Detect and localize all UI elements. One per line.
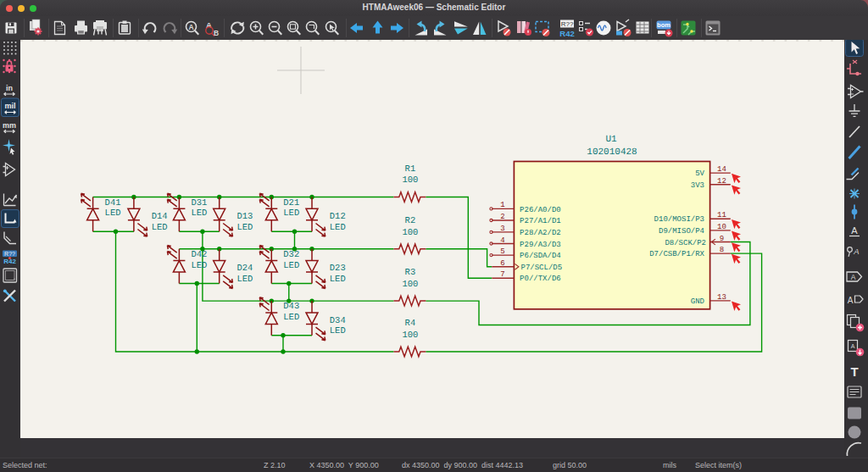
svg-text:P28/A2/D2: P28/A2/D2 [520,229,561,237]
svg-text:3: 3 [500,225,504,233]
svg-text:bom: bom [657,21,670,29]
svg-text:10: 10 [717,223,726,231]
svg-text:P7/SCL/D5: P7/SCL/D5 [521,264,563,272]
svg-text:T: T [850,364,858,379]
svg-text:D12: D12 [330,212,346,222]
svg-text:11: 11 [717,211,726,219]
svg-text:8: 8 [720,246,724,254]
svg-text:D24: D24 [237,264,253,274]
svg-text:R42: R42 [559,29,574,38]
svg-text:U1: U1 [605,135,617,145]
svg-text:D32: D32 [283,250,299,260]
svg-text:P6/SDA/D4: P6/SDA/D4 [520,252,561,260]
svg-text:P0//TX/D6: P0//TX/D6 [520,275,561,283]
svg-text:7: 7 [500,270,504,279]
svg-text:102010428: 102010428 [587,147,637,158]
svg-text:D43: D43 [283,302,299,312]
svg-text:5V: 5V [695,169,704,178]
svg-text:A: A [851,343,855,349]
svg-text:A: A [851,225,858,236]
svg-text:9: 9 [720,235,724,243]
svg-text:P27/A1/D1: P27/A1/D1 [520,217,561,225]
svg-text:D14: D14 [152,212,168,222]
svg-text:4: 4 [500,236,504,245]
svg-text:GND: GND [691,297,704,306]
svg-text:A: A [851,273,856,281]
svg-text:R1: R1 [405,164,416,175]
svg-text:R2: R2 [405,216,416,226]
svg-text:D41: D41 [105,198,121,208]
svg-text:mm: mm [3,121,16,130]
svg-text:A: A [188,23,193,31]
svg-text:R??: R?? [561,20,574,28]
svg-text:D8/SCK/P2: D8/SCK/P2 [665,239,706,247]
svg-text:14: 14 [717,165,726,174]
svg-text:12: 12 [717,177,726,186]
svg-text:D34: D34 [330,316,346,326]
svg-text:R3: R3 [405,268,416,278]
svg-text:2: 2 [500,213,504,221]
svg-text:6: 6 [500,259,504,268]
svg-text:D7/CSB/P1/RX: D7/CSB/P1/RX [649,250,704,258]
svg-text:D23: D23 [330,264,346,274]
svg-text:A: A [848,296,854,305]
svg-text:R??: R?? [4,251,15,257]
svg-text:D10/MOSI/P3: D10/MOSI/P3 [654,215,704,224]
svg-text:A: A [853,247,859,256]
svg-text:P29/A3/D3: P29/A3/D3 [520,241,561,249]
svg-text:mil: mil [4,102,15,110]
svg-text:13: 13 [717,293,726,302]
svg-text:5: 5 [500,247,504,256]
svg-text:3V3: 3V3 [691,181,704,190]
svg-text:in: in [6,84,13,92]
svg-text:D42: D42 [191,250,207,260]
svg-text:P26/A0/D0: P26/A0/D0 [520,206,561,214]
svg-text:D21: D21 [283,198,299,208]
svg-text:D9/MISO/P4: D9/MISO/P4 [659,227,704,236]
svg-text:D13: D13 [237,212,253,222]
svg-text:B: B [214,29,219,37]
svg-text:R4: R4 [405,319,416,329]
svg-text:D31: D31 [191,198,207,208]
svg-text:1: 1 [500,201,504,209]
svg-text:R42: R42 [3,258,16,265]
